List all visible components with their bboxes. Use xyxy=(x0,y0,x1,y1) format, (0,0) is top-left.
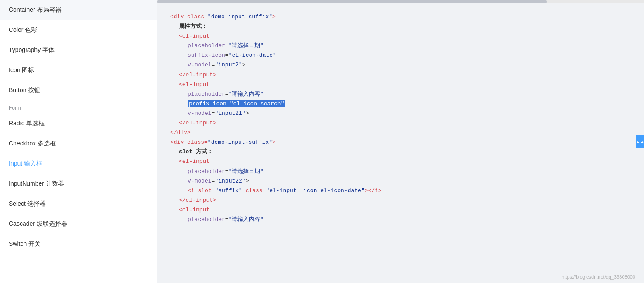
code-line: v-model="input22"> xyxy=(170,176,631,186)
code-line: <el-input xyxy=(170,80,631,90)
code-line: </el-input> xyxy=(170,70,631,80)
main-content: <div class="demo-input-suffix"> 属性方式： <e… xyxy=(157,0,644,283)
sidebar-item-checkbox[interactable]: Checkbox 多选框 xyxy=(0,134,157,154)
sidebar-item-color[interactable]: Color 色彩 xyxy=(0,20,157,40)
code-line: </el-input> xyxy=(170,118,631,128)
sidebar-section-form: Form xyxy=(0,100,157,114)
code-line: <i slot="suffix" class="el-input__icon e… xyxy=(170,186,631,196)
code-area: <div class="demo-input-suffix"> 属性方式： <e… xyxy=(157,3,644,283)
sidebar-item-select[interactable]: Select 选择器 xyxy=(0,194,157,214)
code-line: <div class="demo-input-suffix"> xyxy=(170,12,631,22)
code-line: placeholder="请输入内容" xyxy=(170,90,631,99)
watermark: https://blog.csdn.net/qq_33808000 xyxy=(562,274,635,280)
code-line-highlighted: prefix-icon="el-icon-search" xyxy=(170,99,631,109)
code-line: slot 方式： xyxy=(170,147,631,157)
sidebar: Container 布局容器 Color 色彩 Typography 字体 Ic… xyxy=(0,0,157,283)
sidebar-item-inputnumber[interactable]: InputNumber 计数器 xyxy=(0,174,157,194)
sidebar-item-icon[interactable]: Icon 图标 xyxy=(0,60,157,80)
sidebar-item-switch[interactable]: Switch 开关 xyxy=(0,234,157,254)
sidebar-item-container[interactable]: Container 布局容器 xyxy=(0,0,157,20)
code-line: <el-input xyxy=(170,205,631,215)
code-line: </div> xyxy=(170,128,631,138)
code-line: <el-input xyxy=(170,31,631,41)
sidebar-item-cascader[interactable]: Cascader 级联选择器 xyxy=(0,214,157,234)
code-line: 属性方式： xyxy=(170,22,631,31)
code-line: v-model="input2"> xyxy=(170,60,631,70)
top-scrollbar[interactable] xyxy=(157,0,644,3)
code-line: placeholder="请选择日期" xyxy=(170,167,631,176)
code-line: suffix-icon="el-icon-date" xyxy=(170,51,631,60)
sidebar-item-typography[interactable]: Typography 字体 xyxy=(0,40,157,60)
sidebar-item-input[interactable]: Input 输入框 xyxy=(0,154,157,174)
code-line: <el-input xyxy=(170,157,631,166)
sidebar-item-radio[interactable]: Radio 单选框 xyxy=(0,114,157,134)
scroll-up-arrow[interactable]: ▲ xyxy=(636,135,644,148)
code-line: <div class="demo-input-suffix"> xyxy=(170,138,631,147)
code-line: v-model="input21"> xyxy=(170,109,631,118)
code-line: placeholder="请输入内容" xyxy=(170,215,631,224)
top-scrollbar-thumb[interactable] xyxy=(157,0,547,3)
code-line: placeholder="请选择日期" xyxy=(170,41,631,51)
code-line: </el-input> xyxy=(170,196,631,205)
sidebar-item-button[interactable]: Button 按钮 xyxy=(0,80,157,100)
